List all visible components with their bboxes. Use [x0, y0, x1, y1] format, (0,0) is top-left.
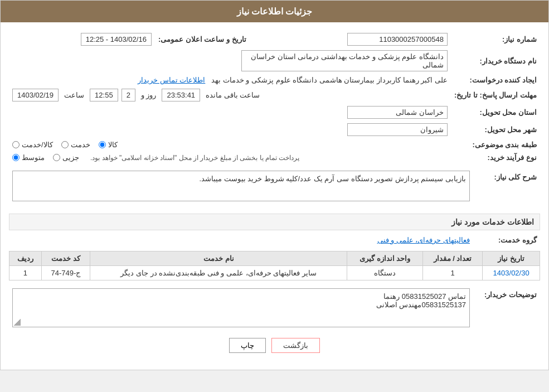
countdown-row: 1403/02/19 ساعت 12:55 2 روز و 23:53:41 س… [12, 89, 448, 101]
print-button[interactable]: چاپ [229, 338, 266, 353]
purchase-type-label: نوع فرآیند خرید: [451, 151, 540, 164]
purchase-type-label-jozi: جزیی [62, 153, 79, 162]
deadline-remaining-box: 23:53:41 [162, 89, 200, 101]
page-title: جزئیات اطلاعات نیاز [237, 7, 313, 16]
page-wrapper: جزئیات اطلاعات نیاز شماره نیاز: 11030002… [0, 0, 549, 370]
need-number-value: 1103000257000548 [250, 31, 451, 48]
resize-handle-2 [14, 319, 21, 326]
buyer-notes-value: تماس 05831525027 رهنما 05831525137مهندس … [16, 292, 466, 309]
city-box: شیروان [347, 123, 448, 136]
province-box: خراسان شمالی [347, 106, 448, 119]
purchase-type-radio-jozi[interactable] [53, 154, 60, 161]
announce-date-value: 1403/02/16 - 12:25 [9, 31, 155, 48]
need-desc-value: بازیابی سیستم پردازش تصویر دستگاه سی آرم… [199, 175, 466, 183]
need-number-box: 1103000257000548 [347, 33, 448, 46]
content-area: شماره نیاز: 1103000257000548 تاریخ و ساع… [1, 22, 548, 370]
deadline-days-box: 2 [122, 89, 135, 101]
city-cell: شیروان [9, 121, 451, 138]
category-radio-kala-khedmat[interactable] [12, 141, 20, 148]
cell-name: سایر فعالیتهای حرفه‌ای، علمی و فنی طبقه‌… [90, 266, 347, 280]
deadline-remaining-label: ساعت باقی مانده [203, 91, 262, 99]
service-group-table: گروه خدمت: فعالیتهای حرفه‌ای، علمی و فنی [9, 234, 540, 246]
table-row: 1403/02/30 1 دستگاه سایر فعالیتهای حرفه‌… [9, 266, 540, 280]
buyer-org-box: دانشگاه علوم پزشکی و خدمات بهداشتی درمان… [241, 50, 448, 71]
announce-date-label: تاریخ و ساعت اعلان عمومی: [155, 31, 250, 48]
category-radio-group: کالا/خدمت خدمت کالا [12, 141, 448, 149]
category-label-kala-khedmat: کالا/خدمت [22, 141, 53, 149]
category-option-kala: کالا [99, 141, 118, 149]
creator-link[interactable]: اطلاعات تماس خریدار [138, 76, 205, 84]
province-label: استان محل تحویل: [451, 104, 540, 121]
purchase-type-note: پرداخت تمام یا بخشی از مبلغ خریدار از مح… [90, 154, 299, 162]
col-unit: واحد اندازه گیری [347, 251, 422, 266]
buyer-notes-cell: تماس 05831525027 رهنما 05831525137مهندس … [9, 286, 473, 330]
purchase-type-label-mutawaset: متوسط [22, 153, 45, 162]
button-row: بازگشت چاپ [9, 338, 540, 361]
category-cell: کالا/خدمت خدمت کالا [9, 138, 451, 151]
deadline-label: مهلت ارسال پاسخ: تا تاریخ: [451, 86, 540, 104]
province-cell: خراسان شمالی [9, 104, 451, 121]
services-section-header: اطلاعات خدمات مورد نیاز [9, 214, 540, 230]
deadline-date-box: 1403/02/19 [12, 89, 59, 101]
cell-unit: دستگاه [347, 266, 422, 280]
service-table: تاریخ نیاز تعداد / مقدار واحد اندازه گیر… [9, 251, 540, 280]
need-number-label: شماره نیاز: [451, 31, 540, 48]
col-qty: تعداد / مقدار [422, 251, 482, 266]
creator-cell: علی اکبر رهنما کاربرداز بیمارستان هاشمی … [9, 74, 451, 86]
service-group-label: گروه خدمت: [473, 234, 540, 246]
buyer-notes-label: توضیحات خریدار: [473, 286, 540, 330]
need-desc-label: شرح کلی نیاز: [473, 168, 540, 208]
back-button[interactable]: بازگشت [271, 338, 320, 353]
purchase-type-cell: متوسط جزیی پرداخت تمام یا بخشی از مبلغ خ… [9, 151, 451, 164]
col-date: تاریخ نیاز [483, 251, 540, 266]
cell-code: ج-749-74 [41, 266, 90, 280]
cell-qty: 1 [422, 266, 482, 280]
category-option-kala-khedmat: کالا/خدمت [12, 141, 53, 149]
deadline-time-label: ساعت [62, 91, 86, 99]
buyer-org-label: نام دستگاه خریدار: [451, 48, 540, 74]
need-desc-table: شرح کلی نیاز: بازیابی سیستم پردازش تصویر… [9, 168, 540, 208]
cell-date: 1403/02/30 [483, 266, 540, 280]
purchase-type-radio-mutawaset[interactable] [12, 154, 20, 161]
deadline-time-box: 12:55 [90, 89, 118, 101]
announce-date-box: 1403/02/16 - 12:25 [81, 33, 152, 46]
city-label: شهر محل تحویل: [451, 121, 540, 138]
need-desc-box: بازیابی سیستم پردازش تصویر دستگاه سی آرم… [12, 171, 470, 201]
buyer-notes-table: توضیحات خریدار: تماس 05831525027 رهنما 0… [9, 286, 540, 330]
category-option-khedmat: خدمت [61, 141, 90, 149]
creator-value: علی اکبر رهنما کاربرداز بیمارستان هاشمی … [211, 76, 448, 84]
creator-label: ایجاد کننده درخواست: [451, 74, 540, 86]
deadline-cell: 1403/02/19 ساعت 12:55 2 روز و 23:53:41 س… [9, 86, 451, 104]
purchase-type-option-mutawaset: متوسط [12, 153, 45, 162]
service-group-value[interactable]: فعالیتهای حرفه‌ای، علمی و فنی [377, 236, 470, 244]
service-group-cell: فعالیتهای حرفه‌ای، علمی و فنی [9, 234, 473, 246]
deadline-days-label: روز و [139, 91, 159, 99]
buyer-org-cell: دانشگاه علوم پزشکی و خدمات بهداشتی درمان… [9, 48, 451, 74]
info-table: شماره نیاز: 1103000257000548 تاریخ و ساع… [9, 31, 540, 164]
buyer-notes-box: تماس 05831525027 رهنما 05831525137مهندس … [12, 288, 470, 327]
col-code: کد خدمت [41, 251, 90, 266]
purchase-type-option-jozi: جزیی [53, 153, 79, 162]
purchase-type-radio-group: متوسط جزیی [12, 153, 79, 162]
need-desc-cell: بازیابی سیستم پردازش تصویر دستگاه سی آرم… [9, 168, 473, 208]
category-label-kala: کالا [108, 141, 118, 149]
category-label-khedmat: خدمت [71, 141, 90, 149]
category-radio-khedmat[interactable] [61, 141, 69, 148]
page-header: جزئیات اطلاعات نیاز [1, 1, 548, 22]
category-label: طبقه بندی موضوعی: [451, 138, 540, 151]
cell-row: 1 [9, 266, 42, 280]
category-radio-kala[interactable] [99, 141, 106, 148]
col-row: ردیف [9, 251, 42, 266]
col-name: نام خدمت [90, 251, 347, 266]
